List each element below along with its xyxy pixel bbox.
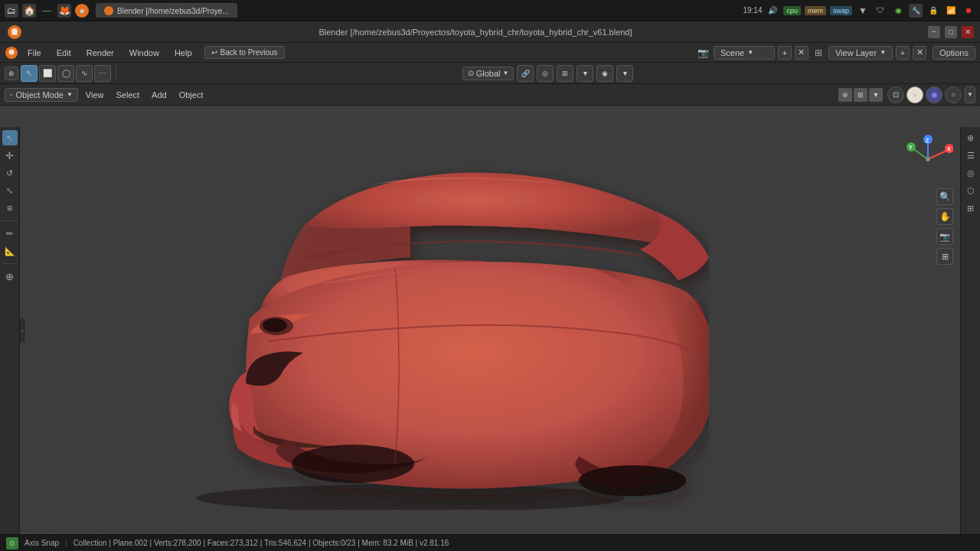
left-toolbar-sep1	[2, 220, 18, 221]
svg-text:X: X	[947, 146, 951, 152]
right-tool-2[interactable]: ☰	[963, 148, 978, 163]
scene-add-btn[interactable]: +	[778, 46, 792, 60]
network-icon[interactable]: 📶	[944, 4, 958, 18]
circle-select-btn[interactable]: ◯	[57, 65, 74, 82]
menu-render[interactable]: Render	[80, 46, 120, 60]
select-tool-btn[interactable]: ↖	[21, 65, 38, 82]
orientation-selector[interactable]: ⊙ Global ▼	[462, 67, 514, 80]
status-divider: |	[65, 539, 67, 547]
view-layer-selector[interactable]: View Layer ▼	[828, 46, 893, 60]
add-menu[interactable]: Add	[147, 89, 172, 101]
camera-view-btn[interactable]: 📷	[936, 228, 953, 245]
left-toolbar-sep2	[2, 263, 18, 264]
viewport-header: ◦ Object Mode ▼ View Select Add Object ⊕…	[0, 84, 980, 106]
os-taskbar-right: 19:14 🔊 cpu mem swap ▼ 🛡 ◉ 🔧 🔒 📶 ⏺	[743, 4, 975, 18]
viewport-3d[interactable]	[20, 127, 960, 534]
close-btn[interactable]: ✕	[962, 26, 974, 38]
left-tool-add[interactable]: ⊕	[2, 269, 18, 284]
menu-edit[interactable]: Edit	[51, 46, 77, 60]
left-tool-measure[interactable]: 📐	[2, 243, 18, 259]
mode-arrow: ▼	[67, 91, 73, 98]
options-button[interactable]: Options	[933, 46, 975, 60]
audio-icon[interactable]: 🔊	[766, 4, 779, 18]
shading-prop-btn[interactable]: ⊕	[838, 88, 852, 102]
viewport-shading-options: ⊕ ⊞ ▼	[838, 88, 883, 102]
tray-icon-1[interactable]: ▼	[856, 4, 870, 18]
left-tool-transform[interactable]: ⊞	[2, 201, 18, 216]
right-tool-1[interactable]: ⊕	[963, 130, 978, 145]
home-icon[interactable]: 🏠	[22, 4, 36, 18]
menu-file[interactable]: File	[21, 46, 47, 60]
shading-wire-btn[interactable]: ⊡	[887, 86, 904, 103]
overlay-vis-btn[interactable]: ⊞	[854, 88, 867, 102]
svg-point-23	[579, 465, 686, 496]
shading-material-btn[interactable]: ◉	[926, 86, 942, 103]
blender-top-bar: Blender [/home/zebus3d/Proyectos/toyota_…	[0, 21, 980, 43]
left-tool-rotate[interactable]: ↺	[2, 165, 18, 181]
overlay-btn[interactable]: ⊞	[557, 65, 573, 82]
back-to-previous-button[interactable]: ↩ Back to Previous	[204, 46, 285, 59]
right-tool-4[interactable]: ⬡	[963, 183, 978, 198]
svg-text:Z: Z	[926, 138, 929, 143]
view-layer-label: View Layer	[835, 48, 877, 57]
box-select-btn[interactable]: ⬜	[39, 65, 56, 82]
mode-icon: ◦	[10, 90, 13, 99]
left-tool-scale[interactable]: ⤡	[2, 183, 18, 198]
overlay-dropdown-btn[interactable]: ▼	[577, 65, 593, 82]
tool-mode-icon[interactable]: ⊕	[5, 67, 18, 80]
battery-icon[interactable]: ⏺	[962, 4, 975, 18]
extra-select-btn[interactable]: ⋯	[94, 65, 111, 82]
viewport-collapse-arrow[interactable]: ›	[20, 319, 26, 342]
svg-point-4	[9, 49, 15, 54]
terminal-icon[interactable]: —	[40, 4, 54, 18]
overlay-vis-arrow[interactable]: ▼	[869, 88, 883, 102]
shading-rendered-btn[interactable]: ○	[945, 86, 962, 103]
menu-window[interactable]: Window	[123, 46, 165, 60]
axis-snap-label: Axis Snap	[24, 539, 59, 547]
scene-close-btn[interactable]: ✕	[795, 46, 808, 60]
tray-icon-2[interactable]: 🔧	[909, 4, 923, 18]
blender-small-logo	[5, 46, 18, 60]
back-icon: ↩	[211, 48, 217, 57]
left-tool-annotate[interactable]: ✏	[2, 226, 18, 241]
ortho-view-btn[interactable]: ⊞	[936, 248, 953, 265]
view-layer-close-btn[interactable]: ✕	[913, 46, 926, 60]
cpu-badge: cpu	[783, 6, 801, 15]
orientation-icon: ⊙	[468, 69, 474, 77]
blender-tab[interactable]: Blender [/home/zebus3d/Proye...	[96, 3, 237, 18]
snap-icon-btn[interactable]: 🔗	[517, 65, 534, 82]
proportional-dropdown-btn[interactable]: ▼	[616, 65, 633, 82]
menu-help[interactable]: Help	[168, 46, 198, 60]
left-tool-cursor[interactable]: ↖	[2, 130, 18, 145]
scene-selector[interactable]: Scene ▼	[714, 46, 775, 60]
view-layer-add-btn[interactable]: +	[896, 46, 910, 60]
shield-icon[interactable]: 🛡	[874, 4, 887, 18]
orientation-label: Global	[476, 69, 501, 78]
view-layer-icon: ⊞	[812, 46, 825, 60]
minimize-btn[interactable]: −	[928, 26, 940, 38]
left-tool-move[interactable]: ✛	[2, 148, 18, 163]
shading-dropdown-btn[interactable]: ▼	[965, 86, 975, 103]
right-tool-5[interactable]: ⊞	[963, 201, 978, 216]
time-display: 19:14	[743, 6, 762, 15]
pan-btn[interactable]: ✋	[936, 208, 953, 225]
svg-point-25	[263, 318, 287, 332]
snap-target-btn[interactable]: ◎	[537, 65, 554, 82]
car-model-svg	[135, 150, 709, 510]
select-menu[interactable]: Select	[112, 89, 145, 101]
lock-icon[interactable]: 🔒	[926, 4, 940, 18]
firefox-icon[interactable]: 🦊	[57, 4, 71, 18]
shading-solid-btn[interactable]: ●	[906, 86, 923, 103]
view-menu[interactable]: View	[81, 89, 109, 101]
gpu-icon[interactable]: ◉	[891, 4, 905, 18]
axis-gizmo: Z X Y	[903, 135, 953, 184]
lasso-select-btn[interactable]: ∿	[76, 65, 93, 82]
right-tool-3[interactable]: ◎	[963, 165, 978, 181]
proportional-btn[interactable]: ◉	[596, 65, 613, 82]
mode-selector[interactable]: ◦ Object Mode ▼	[5, 88, 78, 102]
object-menu[interactable]: Object	[175, 89, 208, 101]
files-icon[interactable]: 🗂	[5, 4, 18, 18]
maximize-btn[interactable]: □	[945, 26, 957, 38]
blender-icon[interactable]: ●	[75, 4, 89, 18]
zoom-in-btn[interactable]: 🔍	[936, 188, 953, 205]
